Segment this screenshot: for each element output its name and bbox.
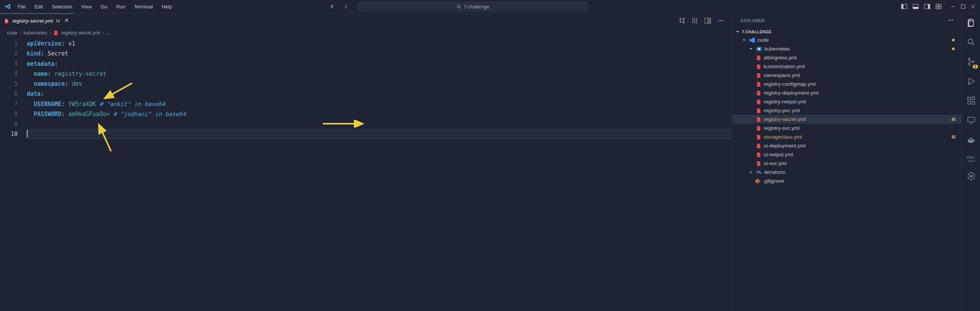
menu-file[interactable]: File: [14, 2, 29, 11]
split-icon[interactable]: [704, 17, 711, 24]
svg-rect-11: [961, 5, 965, 8]
yaml-file-icon: [756, 134, 761, 140]
layout2-icon[interactable]: [913, 3, 919, 10]
menu-help[interactable]: Help: [158, 2, 176, 11]
search-text: 7.challenge: [464, 4, 489, 10]
yaml-file-icon: [756, 90, 761, 96]
activity-bar: 3 aws: [962, 13, 980, 311]
tree-folder-kubernetes[interactable]: kubernetes: [732, 44, 962, 53]
tree-file[interactable]: namespace.yml: [732, 71, 962, 80]
tree-section-header[interactable]: 7.CHALLENGE: [732, 28, 962, 36]
crumb-file[interactable]: registry-secret.yml: [61, 30, 100, 36]
tree-file[interactable]: kustomization.yml: [732, 62, 962, 71]
minimize-icon[interactable]: [951, 4, 955, 9]
menu-terminal[interactable]: Terminal: [130, 2, 157, 11]
svg-rect-7: [936, 4, 938, 6]
chevron-down-icon: [741, 38, 747, 43]
layout1-icon[interactable]: [901, 3, 907, 10]
tree-folder-terraform[interactable]: terraform: [732, 168, 962, 177]
svg-point-13: [694, 18, 695, 20]
tree-file[interactable]: registry-pvc.yml: [732, 106, 962, 115]
maximize-icon[interactable]: [961, 4, 965, 9]
editor-body[interactable]: 12345678910 ⠿⠿ apiVersion: v1 kind: Secr…: [0, 38, 732, 311]
more-icon[interactable]: [717, 17, 724, 24]
svg-point-37: [972, 61, 974, 63]
vscode-icon: [5, 3, 11, 10]
modified-dot: [952, 39, 955, 41]
layout4-icon[interactable]: [936, 3, 942, 10]
docker-icon[interactable]: [967, 135, 976, 146]
forward-icon[interactable]: [343, 3, 349, 10]
tree-file[interactable]: ui-netpol.yml: [732, 150, 962, 159]
tree-file[interactable]: registry-netpol.yml: [732, 97, 962, 106]
close-icon[interactable]: [971, 4, 975, 9]
crumb-more[interactable]: ...: [106, 30, 110, 36]
tab-close-icon[interactable]: [63, 17, 70, 25]
svg-rect-2: [901, 4, 903, 9]
tree-file[interactable]: albingress.yml: [732, 53, 962, 62]
remote-icon[interactable]: [967, 116, 976, 126]
explorer-icon[interactable]: [967, 18, 976, 28]
svg-point-24: [720, 20, 722, 21]
svg-point-30: [950, 20, 951, 21]
tree-file[interactable]: registry-deployment.yml: [732, 88, 962, 97]
tree-file[interactable]: registry-configmap.yml: [732, 80, 962, 88]
svg-rect-39: [968, 97, 970, 100]
yaml-file-icon: [756, 117, 761, 122]
svg-rect-8: [939, 4, 941, 6]
menu-view[interactable]: View: [77, 2, 96, 11]
yaml-file-icon: [756, 143, 761, 149]
yaml-file-icon: [756, 108, 761, 113]
more-icon[interactable]: [947, 17, 954, 25]
tree-file-registry-secret[interactable]: registry-secret.ymlM: [732, 115, 962, 124]
yaml-file-icon: [756, 161, 761, 166]
tree-folder-code[interactable]: code: [732, 36, 962, 44]
svg-rect-22: [708, 18, 710, 23]
svg-point-25: [722, 20, 723, 21]
tree-file[interactable]: storageclass.ymlM: [732, 133, 962, 141]
tree-file-gitignore[interactable]: .gitignore: [732, 177, 962, 185]
chevron-down-icon: [735, 29, 740, 34]
svg-rect-9: [936, 7, 938, 9]
crumb-kubernetes[interactable]: kubernetes: [23, 30, 47, 36]
yaml-file-icon: [756, 55, 761, 61]
yaml-file-icon: [756, 64, 761, 69]
run-debug-icon[interactable]: [967, 77, 976, 87]
menu-go[interactable]: Go: [97, 2, 111, 11]
hexagon-icon[interactable]: [967, 172, 976, 182]
menu-edit[interactable]: Edit: [31, 2, 47, 11]
yaml-file-icon: [756, 82, 761, 87]
extensions-icon[interactable]: [967, 96, 976, 106]
vscode-icon: [749, 37, 755, 43]
chevron-down-icon: [748, 47, 754, 51]
command-center[interactable]: 7.challenge: [358, 2, 588, 11]
breadcrumb[interactable]: code › kubernetes › registry-secret.yml …: [0, 28, 732, 38]
tab-bar: registry-secret.yml M: [0, 13, 732, 28]
gutter: 12345678910: [0, 38, 27, 311]
menu-selection[interactable]: Selection: [48, 2, 76, 11]
chevron-right-icon: ›: [102, 30, 104, 36]
tree-file[interactable]: registry-svc.yml: [732, 124, 962, 133]
watermark: ⠿⠿: [696, 46, 710, 53]
git-icon: [754, 178, 761, 184]
menu-run[interactable]: Run: [112, 2, 129, 11]
yaml-file-icon: [756, 152, 761, 157]
svg-rect-43: [968, 117, 975, 122]
code-area[interactable]: ⠿⠿ apiVersion: v1 kind: Secret metadata:…: [27, 38, 732, 311]
aws-icon[interactable]: aws: [967, 155, 976, 162]
source-control-icon[interactable]: 3: [967, 57, 976, 67]
svg-point-0: [457, 5, 460, 7]
compare-icon[interactable]: [678, 17, 685, 24]
crumb-code[interactable]: code: [7, 30, 17, 36]
back-icon[interactable]: [329, 3, 335, 10]
search-icon[interactable]: [967, 38, 976, 48]
tree-file[interactable]: ui-deployment.yml: [732, 141, 962, 150]
grid-icon[interactable]: [691, 17, 698, 24]
svg-point-19: [694, 22, 695, 23]
tab-registry-secret[interactable]: registry-secret.yml M: [0, 13, 74, 28]
svg-point-17: [696, 20, 697, 21]
svg-rect-42: [972, 97, 975, 100]
kubernetes-folder-icon: [756, 46, 762, 52]
layout3-icon[interactable]: [924, 3, 930, 10]
tree-file[interactable]: ui-svc.yml: [732, 159, 962, 168]
